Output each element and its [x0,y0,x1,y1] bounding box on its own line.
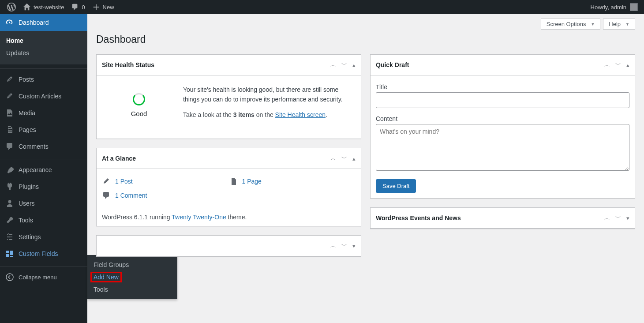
wordpress-icon [7,3,16,11]
health-circle-icon [133,93,145,105]
quick-draft-widget: Quick Draft ︿ ﹀ ▴ Title Content Save Dra… [370,54,635,199]
dashboard-submenu: Home Updates [0,31,87,64]
collapse-menu[interactable]: Collapse menu [0,269,87,285]
save-draft-button[interactable]: Save Draft [376,179,416,193]
glance-pages-label: 1 Page [242,178,262,185]
health-status-label: Good [104,110,174,117]
user-icon [5,199,14,208]
health-description: Your site's health is looking good, but … [183,85,354,104]
menu-custom-articles[interactable]: Custom Articles [0,88,87,105]
move-up-icon[interactable]: ︿ [330,61,336,69]
menu-custom-fields[interactable]: Custom Fields [0,245,87,262]
move-down-icon[interactable]: ﹀ [341,154,347,162]
glance-comments[interactable]: 1 Comment [102,191,356,200]
howdy-text: Howdy, admin [591,4,626,11]
move-up-icon[interactable]: ︿ [330,154,336,162]
content-area: Screen Options Help Dashboard Site Healt… [87,14,644,323]
events-news-widget: WordPress Events and News ︿ ﹀ ▾ [370,207,635,229]
site-health-widget: Site Health Status ︿ ﹀ ▴ Good Y [96,54,361,139]
draft-title-input[interactable] [376,92,629,108]
svg-point-0 [6,274,13,281]
draft-content-textarea[interactable] [376,124,629,171]
comments-link[interactable]: 0 [67,0,88,14]
user-menu[interactable]: Howdy, admin [591,3,640,11]
site-health-link[interactable]: Site Health screen [275,111,326,118]
submenu-updates[interactable]: Updates [0,47,87,59]
theme-link[interactable]: Twenty Twenty-One [172,214,226,221]
collapse-label: Collapse menu [19,274,57,281]
page-icon [229,177,238,186]
help-label: Help [609,21,621,27]
glance-pages[interactable]: 1 Page [229,177,356,186]
media-icon [5,109,14,117]
menu-tools[interactable]: Tools [0,212,87,229]
pin-icon [102,177,111,186]
menu-posts[interactable]: Posts [0,71,87,88]
menu-comments-label: Comments [19,143,49,150]
menu-separator [0,157,87,159]
menu-custom-articles-label: Custom Articles [19,93,61,100]
glance-posts-label: 1 Post [115,178,133,185]
help-button[interactable]: Help [603,19,635,30]
plus-icon [92,3,100,11]
menu-comments[interactable]: Comments [0,138,87,155]
dashboard-icon [5,18,14,27]
admin-sidebar: Dashboard Home Updates Posts Custom Arti… [0,14,87,323]
pin-icon [5,75,14,84]
menu-separator [0,264,87,267]
site-name: test-website [34,4,64,11]
move-down-icon[interactable]: ﹀ [615,61,621,69]
toggle-icon[interactable]: ▴ [626,62,629,68]
menu-users[interactable]: Users [0,195,87,212]
menu-dashboard-label: Dashboard [19,19,49,26]
menu-tools-label: Tools [19,217,33,224]
health-indicator: Good [104,85,174,117]
menu-dashboard[interactable]: Dashboard [0,14,87,31]
move-down-icon[interactable]: ﹀ [341,242,347,250]
toggle-icon[interactable]: ▾ [352,243,356,249]
wp-logo[interactable] [4,0,19,14]
move-down-icon[interactable]: ﹀ [615,214,621,222]
menu-media[interactable]: Media [0,105,87,121]
draft-content-label: Content [376,115,629,122]
welcome-widgets-menus-icon [5,249,14,258]
home-icon [23,3,31,11]
toggle-icon[interactable]: ▴ [352,62,356,68]
menu-plugins-label: Plugins [19,183,39,190]
new-label: New [103,4,114,11]
sliders-icon [5,233,14,241]
screen-options-button[interactable]: Screen Options [541,19,601,30]
menu-plugins[interactable]: Plugins [0,178,87,195]
brush-icon [5,165,14,174]
comment-icon [5,142,14,151]
menu-settings-label: Settings [19,233,41,240]
menu-settings[interactable]: Settings [0,229,87,245]
at-a-glance-widget: At a Glance ︿ ﹀ ▴ 1 Post [96,148,361,226]
health-items-line: Take a look at the 3 items on the Site H… [183,110,354,120]
toggle-icon[interactable]: ▴ [352,155,356,162]
collapse-icon [5,273,14,282]
empty-widget: ︿ ﹀ ▾ [96,235,361,257]
comment-icon [71,3,79,11]
new-content-link[interactable]: New [89,0,118,14]
move-up-icon[interactable]: ︿ [604,214,610,222]
menu-users-label: Users [19,200,35,207]
menu-separator [0,67,87,69]
move-up-icon[interactable]: ︿ [330,242,336,250]
site-name-link[interactable]: test-website [19,0,67,14]
menu-custom-fields-label: Custom Fields [19,250,58,257]
menu-appearance-label: Appearance [19,166,52,173]
menu-pages-label: Pages [19,126,36,133]
submenu-home[interactable]: Home [0,34,87,47]
menu-appearance[interactable]: Appearance [0,162,87,178]
site-health-title: Site Health Status [102,61,330,68]
glance-comments-label: 1 Comment [115,192,147,199]
toggle-icon[interactable]: ▾ [626,215,629,222]
screen-options-label: Screen Options [547,21,586,27]
move-down-icon[interactable]: ﹀ [341,61,347,69]
glance-posts[interactable]: 1 Post [102,177,229,186]
events-news-title: WordPress Events and News [376,214,604,222]
comments-count: 0 [82,4,85,11]
move-up-icon[interactable]: ︿ [604,61,610,69]
menu-pages[interactable]: Pages [0,121,87,138]
